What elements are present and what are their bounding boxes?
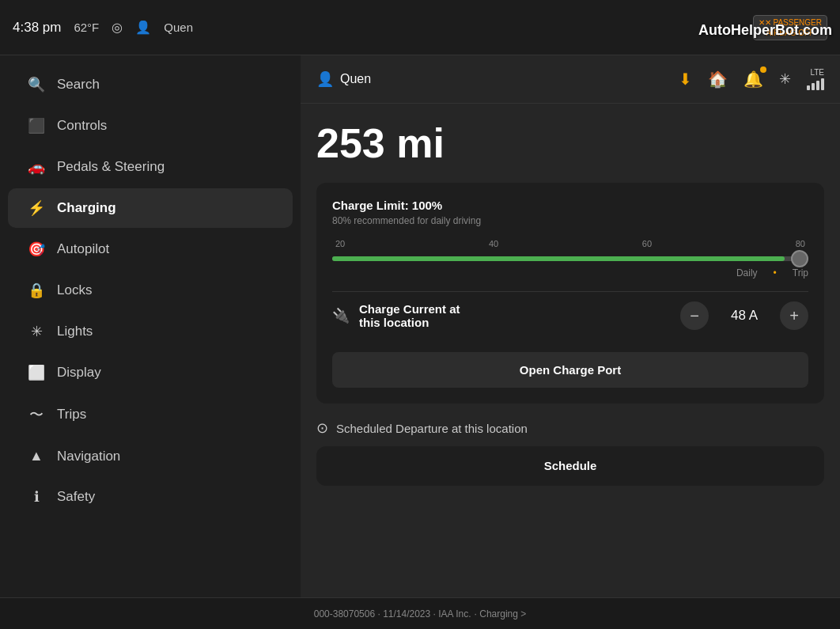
- range-section: 253 mi: [301, 104, 840, 183]
- controls-icon: ⬛: [27, 117, 46, 135]
- slider-marks: 20 40 60 80: [332, 239, 808, 248]
- sidebar-item-autopilot[interactable]: 🎯 Autopilot: [8, 229, 293, 269]
- pedals-icon: 🚗: [27, 158, 46, 176]
- range-value: 253 mi: [316, 119, 824, 167]
- footer: 000-38070506 · 11/14/2023 · IAA Inc. · C…: [0, 597, 840, 629]
- main-user-icon: 👤: [316, 70, 334, 88]
- slider-mark-60: 60: [642, 239, 652, 248]
- sidebar-label-pedals: Pedals & Steering: [57, 159, 165, 175]
- lock-icon: 🔒: [27, 282, 46, 299]
- sidebar-label-controls: Controls: [57, 118, 107, 134]
- decrease-charge-button[interactable]: −: [680, 301, 709, 330]
- sidebar-item-search[interactable]: 🔍 Search: [8, 65, 293, 104]
- trips-icon: 〜: [27, 405, 46, 424]
- sidebar-item-lights[interactable]: ✳ Lights: [8, 312, 293, 351]
- charge-current-label: Charge Current at this location: [359, 302, 680, 329]
- sidebar-item-display[interactable]: ⬜ Display: [8, 353, 293, 392]
- main-user-name: Quen: [340, 72, 371, 86]
- bell-icon[interactable]: 🔔: [744, 70, 763, 89]
- footer-text: 000-38070506 · 11/14/2023 · IAA Inc.: [314, 608, 471, 620]
- schedule-section: Schedule: [316, 446, 824, 486]
- increase-charge-button[interactable]: +: [780, 301, 808, 330]
- charge-card: Charge Limit: 100% 80% recommended for d…: [316, 183, 824, 404]
- sidebar-label-lights: Lights: [57, 324, 93, 339]
- open-charge-port-button[interactable]: Open Charge Port: [332, 352, 808, 388]
- charge-slider-container[interactable]: [332, 256, 808, 261]
- sidebar-item-trips[interactable]: 〜 Trips: [8, 394, 293, 435]
- sidebar-item-safety[interactable]: ℹ Safety: [8, 477, 293, 517]
- autopilot-icon: 🎯: [27, 241, 46, 258]
- main-header: 👤 Quen ⬇ 🏠 🔔 ✳ LTE: [301, 55, 840, 104]
- watermark: AutoHelperBot.com: [698, 22, 832, 39]
- bluetooth-icon[interactable]: ✳: [779, 70, 791, 88]
- lights-icon: ✳: [27, 323, 46, 340]
- sidebar-label-autopilot: Autopilot: [57, 241, 109, 257]
- sidebar-item-charging[interactable]: ⚡ Charging: [8, 188, 293, 228]
- display-icon: ⬜: [27, 364, 46, 381]
- open-charge-port-section: Open Charge Port: [332, 339, 808, 388]
- schedule-button[interactable]: Schedule: [544, 459, 597, 472]
- status-user-name: Quen: [164, 21, 193, 34]
- sidebar-item-controls[interactable]: ⬛ Controls: [8, 106, 293, 146]
- charge-recommendation: 80% recommended for daily driving: [332, 215, 808, 226]
- slider-track: [332, 256, 808, 261]
- slider-labels: Daily • Trip: [332, 267, 808, 279]
- navigation-icon: ▲: [27, 448, 46, 464]
- sidebar-label-display: Display: [57, 365, 101, 381]
- sidebar-item-locks[interactable]: 🔒 Locks: [8, 271, 293, 310]
- garage-icon[interactable]: 🏠: [708, 70, 728, 89]
- sidebar-label-navigation: Navigation: [57, 449, 120, 464]
- slider-fill: [332, 256, 785, 261]
- sidebar-label-charging: Charging: [57, 200, 116, 216]
- daily-dot-icon: •: [774, 267, 777, 279]
- sidebar: 🔍 Search ⬛ Controls 🚗 Pedals & Steering …: [0, 55, 301, 597]
- charge-current-value: 48 A: [725, 308, 764, 324]
- status-user-icon: 👤: [135, 20, 151, 35]
- slider-mark-40: 40: [489, 239, 498, 248]
- scheduled-departure-section: ⊙ Scheduled Departure at this location: [316, 419, 824, 437]
- lte-indicator: LTE: [807, 68, 824, 90]
- charging-icon: ⚡: [27, 199, 46, 217]
- plug-icon: 🔌: [332, 307, 350, 324]
- charge-current-control: − 48 A +: [680, 301, 808, 330]
- clock-icon: ⊙: [316, 419, 328, 437]
- location-icon: ◎: [112, 20, 123, 35]
- trip-label: Trip: [793, 267, 808, 279]
- status-time: 4:38 pm: [13, 20, 61, 36]
- sidebar-item-navigation[interactable]: ▲ Navigation: [8, 437, 293, 476]
- charge-limit-label: Charge Limit: 100%: [332, 199, 808, 212]
- sidebar-label-safety: Safety: [57, 489, 95, 505]
- search-icon: 🔍: [27, 76, 46, 93]
- sidebar-label-locks: Locks: [57, 282, 92, 298]
- scheduled-departure-label: Scheduled Departure at this location: [336, 422, 528, 435]
- slider-thumb: [791, 250, 808, 267]
- safety-icon: ℹ: [27, 488, 46, 506]
- sidebar-label-search: Search: [57, 77, 100, 93]
- main-content: 👤 Quen ⬇ 🏠 🔔 ✳ LTE 253 mi: [301, 55, 840, 597]
- sidebar-item-pedals[interactable]: 🚗 Pedals & Steering: [8, 147, 293, 187]
- charge-current-section: 🔌 Charge Current at this location − 48 A…: [332, 291, 808, 339]
- slider-mark-80: 80: [796, 239, 805, 248]
- footer-charging-text: · Charging >: [475, 608, 527, 620]
- sidebar-label-trips: Trips: [57, 407, 86, 422]
- status-temperature: 62°F: [74, 21, 99, 34]
- daily-label: Daily: [736, 267, 758, 279]
- download-icon[interactable]: ⬇: [679, 70, 692, 89]
- slider-mark-20: 20: [335, 239, 345, 248]
